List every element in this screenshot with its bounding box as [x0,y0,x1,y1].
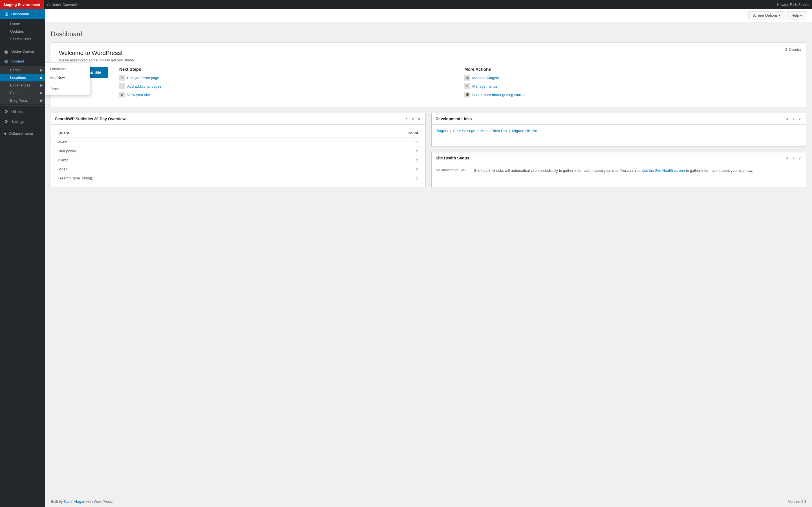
footer-built-by-prefix: Built by [51,499,63,504]
help-label: Help [792,13,799,17]
flyout-tents[interactable]: Tents [45,84,90,93]
flyout-locations[interactable]: Locations [45,64,90,73]
content-submenu: Pages▶ Locations▶ Locations Add New Tent… [0,66,45,104]
sidebar-utilities-label: Utilities [11,110,23,114]
flyout-add-new[interactable]: Add New [45,73,90,82]
dashboard-icon: ⊞ [3,11,9,17]
health-desc-after: to gather information about your site no… [686,168,753,173]
edit-front-page-link[interactable]: ✏ Edit your front page [119,75,453,80]
learn-icon: 🎓 [464,92,470,98]
add-pages-link[interactable]: + Add additional pages [119,83,453,89]
main-content: Screen Options ▾ Help ▾ Dashboard ⊗ Dism… [45,9,812,507]
stats-table: Query Count event11lake powell5glamp2Moa… [55,129,421,183]
dev-links-up-btn[interactable]: ∧ [784,116,790,122]
content-icon: ▦ [3,59,9,64]
sidebar-item-dashboard[interactable]: ⊞ Dashboard [0,9,45,19]
locations-flyout: Locations Add New Tents [45,62,90,95]
dev-links-title: Development Links [436,117,472,121]
screen-options-button[interactable]: Screen Options ▾ [748,11,785,19]
sidebar-item-utilities[interactable]: ⚙ Utilities [0,107,45,117]
site-name-bar[interactable]: ⌂ Under Canvas® [44,0,81,9]
sidebar-item-settings[interactable]: ⚙ Settings [0,117,45,126]
home-icon: ⌂ [47,2,50,7]
stats-query-cell: {search_term_string} [55,174,312,183]
separator-3: | [509,129,511,133]
more-actions-section: More Actions ▦ Manage widgets ≡ Manage m… [464,67,798,100]
stats-count-cell: 5 [312,147,421,156]
plugins-link[interactable]: Plugins [436,129,448,133]
staging-badge: Staging Environment [0,0,44,9]
help-chevron: ▾ [800,13,802,17]
sidebar-dashboard-label: Dashboard [11,12,29,16]
site-health-controls: ∧ ∨ ∨ [784,155,802,161]
menus-icon: ≡ [464,83,470,89]
site-health-link[interactable]: visit the Site Health screen [642,168,685,173]
searchwp-close-btn[interactable]: ∨ [416,116,421,122]
dev-links-close-btn[interactable]: ∨ [797,116,802,122]
dev-links-down-btn[interactable]: ∨ [791,116,796,122]
edit-icon: ✏ [119,75,125,80]
utilities-icon: ⚙ [3,109,9,114]
next-steps-title: Next Steps [119,67,453,71]
sidebar-item-under-canvas[interactable]: ▣ Under Canvas [0,47,45,56]
stats-row: event11 [55,138,421,147]
sidebar-item-search-stats[interactable]: Search Stats [0,35,45,43]
stats-count-cell: 1 [312,174,421,183]
sidebar-item-blog-posts[interactable]: Blog Posts▶ [0,97,45,104]
dashboard-grid: Development Links ∧ ∨ ∨ Plugins | Core S… [51,113,806,187]
howdy-text: Howdy, Rich Staats [777,3,812,7]
site-name: Under Canvas® [51,3,78,7]
no-info-text: No information yet... [436,168,468,172]
view-site-link[interactable]: ▶ View your site [119,92,453,98]
add-pages-label: Add additional pages [127,84,161,89]
help-button[interactable]: Help ▾ [787,11,806,19]
site-health-close-btn[interactable]: ∨ [797,155,802,161]
menu-editor-link[interactable]: Menu Editor Pro [480,129,507,133]
sidebar-item-updates[interactable]: Updates [0,27,45,35]
learn-more-link[interactable]: 🎓 Learn more about getting started [464,92,798,98]
dev-links-controls: ∧ ∨ ∨ [784,116,802,122]
dev-links-list: Plugins | Core Settings | Menu Editor Pr… [436,129,802,133]
manage-menus-link[interactable]: ≡ Manage menus [464,83,798,89]
footer-built-by: Built by Karsh Hagan with WordPress. [51,499,113,504]
stats-row: lake powell5 [55,147,421,156]
dismiss-label: Dismiss [789,47,802,52]
sidebar-collapse-menu[interactable]: ◀ Collapse menu [0,129,45,138]
screen-options-bar: Screen Options ▾ Help ▾ [45,9,812,22]
searchwp-down-btn[interactable]: ∨ [410,116,415,122]
sidebar-item-experiences[interactable]: Experiences▶ [0,81,45,89]
karsh-hagan-link[interactable]: Karsh Hagan [64,499,85,504]
stats-row: Moab2 [55,165,421,174]
separator-2: | [477,129,479,133]
footer-built-by-suffix: with WordPress. [86,499,113,504]
sidebar-settings-label: Settings [11,119,24,124]
view-icon: ▶ [119,92,125,98]
health-container: No information yet... Site health checks… [436,168,802,173]
sidebar-item-events[interactable]: Events▶ [0,89,45,97]
site-health-title: Site Health Status [436,156,469,160]
dev-links-body: Plugins | Core Settings | Menu Editor Pr… [432,125,806,137]
add-icon: + [119,83,125,89]
searchwp-widget: SearchWP Statistics 30 Day Overview ∧ ∨ … [51,113,426,187]
site-health-up-btn[interactable]: ∧ [784,155,790,161]
welcome-content: Customize Your Site Next Steps ✏ Edit yo… [59,67,798,100]
migrate-db-link[interactable]: Migrate DB Pro [512,129,537,133]
sidebar-item-pages[interactable]: Pages▶ [0,66,45,74]
dismiss-button[interactable]: ⊗ Dismiss [784,47,802,52]
more-actions-title: More Actions [464,67,798,71]
sidebar: ⊞ Dashboard Home Updates Search Stats ▣ … [0,9,45,507]
site-health-header: Site Health Status ∧ ∨ ∨ [432,152,806,164]
admin-bar: Staging Environment ⌂ Under Canvas® Howd… [0,0,812,9]
site-health-down-btn[interactable]: ∨ [791,155,796,161]
manage-widgets-link[interactable]: ▦ Manage widgets [464,75,798,80]
sidebar-item-locations[interactable]: Locations▶ Locations Add New Tents [0,74,45,81]
stats-query-cell: lake powell [55,147,312,156]
searchwp-up-btn[interactable]: ∧ [404,116,409,122]
sidebar-item-home[interactable]: Home [0,20,45,27]
learn-more-label: Learn more about getting started [472,93,525,97]
dismiss-icon: ⊗ [784,47,788,52]
core-settings-link[interactable]: Core Settings [453,129,475,133]
collapse-arrow-icon: ◀ [3,131,6,135]
sidebar-item-content[interactable]: ▦ Content [0,56,45,66]
welcome-panel: ⊗ Dismiss Welcome to WordPress! We've as… [51,43,806,107]
